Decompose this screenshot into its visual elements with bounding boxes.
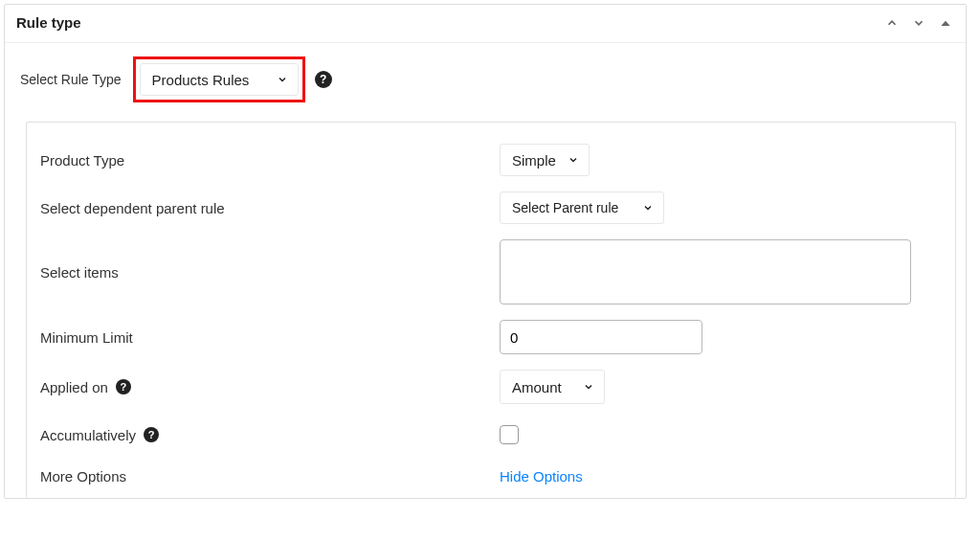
chevron-down-icon [568, 154, 579, 166]
panel-header-controls [885, 16, 952, 30]
hide-options-link[interactable]: Hide Options [500, 468, 583, 485]
select-rule-type-row: Select Rule Type Products Rules ? [5, 43, 966, 116]
select-items-label: Select items [40, 264, 500, 281]
select-items-input[interactable] [500, 239, 911, 304]
accumulatively-checkbox[interactable] [500, 425, 519, 444]
move-down-icon[interactable] [912, 16, 925, 30]
accumulatively-label: Accumulatively ? [40, 427, 500, 443]
accumulatively-row: Accumulatively ? [40, 412, 944, 458]
minimum-limit-row: Minimum Limit [40, 312, 944, 362]
product-type-label: Product Type [40, 152, 500, 169]
more-options-label: More Options [40, 468, 500, 485]
product-type-value: Simple [512, 152, 556, 169]
minimum-limit-label: Minimum Limit [40, 329, 500, 346]
help-icon[interactable]: ? [144, 427, 159, 442]
parent-rule-dropdown[interactable]: Select Parent rule [500, 192, 664, 224]
panel-header: Rule type [5, 5, 966, 43]
applied-on-value: Amount [512, 379, 562, 395]
svg-marker-0 [941, 20, 949, 25]
panel-title: Rule type [16, 14, 81, 31]
move-up-icon[interactable] [885, 16, 899, 30]
applied-on-label-text: Applied on [40, 379, 108, 395]
applied-on-row: Applied on ? Amount [40, 362, 944, 412]
help-icon[interactable]: ? [315, 71, 332, 88]
parent-rule-row: Select dependent parent rule Select Pare… [40, 184, 944, 232]
chevron-down-icon [277, 74, 288, 85]
rule-settings-panel: Product Type Simple Select dependent par… [26, 122, 956, 498]
applied-on-label: Applied on ? [40, 379, 500, 395]
product-type-dropdown[interactable]: Simple [500, 144, 590, 176]
highlight-box: Products Rules [133, 56, 305, 102]
select-rule-type-label: Select Rule Type [20, 72, 122, 87]
chevron-down-icon [642, 202, 654, 214]
parent-rule-label: Select dependent parent rule [40, 200, 500, 216]
chevron-down-icon [583, 381, 594, 393]
minimum-limit-input[interactable] [500, 320, 702, 354]
accumulatively-label-text: Accumulatively [40, 427, 136, 443]
rule-type-panel: Rule type Select Rule Type Products Rule… [4, 4, 967, 499]
help-icon[interactable]: ? [116, 379, 131, 394]
more-options-row: More Options Hide Options [40, 458, 944, 486]
select-rule-type-value: Products Rules [152, 72, 250, 88]
product-type-row: Product Type Simple [40, 136, 944, 184]
select-rule-type-dropdown[interactable]: Products Rules [140, 63, 299, 96]
applied-on-dropdown[interactable]: Amount [500, 370, 605, 404]
collapse-icon[interactable] [939, 16, 952, 30]
parent-rule-value: Select Parent rule [512, 200, 618, 215]
select-items-row: Select items [40, 232, 944, 312]
